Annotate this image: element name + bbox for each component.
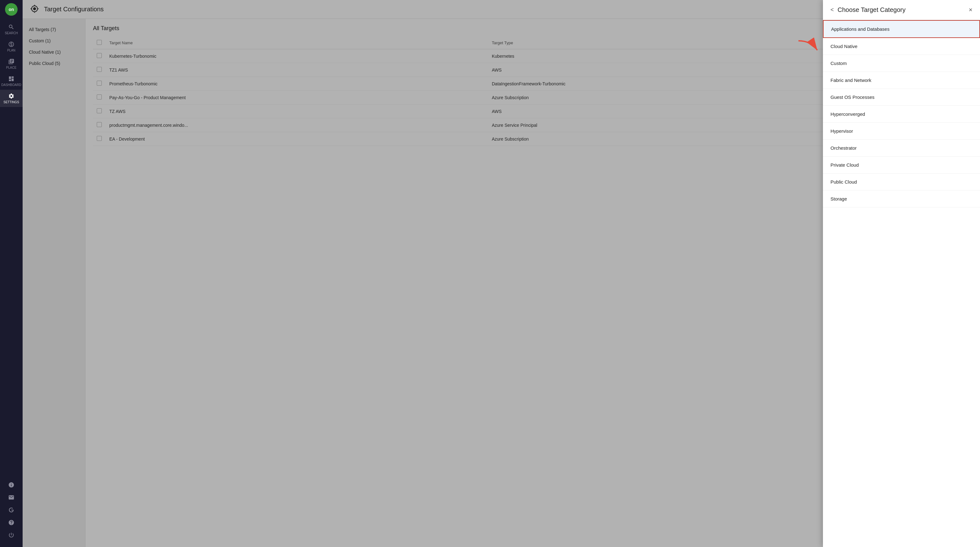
row-checkbox-cell — [93, 63, 105, 77]
header-checkbox[interactable] — [97, 40, 102, 45]
nav-search[interactable]: SEARCH — [0, 21, 22, 38]
plan-icon — [8, 41, 14, 48]
info-icon — [8, 482, 14, 488]
row-type: Kubernetes — [488, 49, 848, 63]
mail-icon — [8, 494, 14, 501]
power-icon — [8, 532, 14, 538]
row-checkbox-cell — [93, 118, 105, 132]
nav-info[interactable] — [8, 479, 14, 490]
category-item-custom[interactable]: Custom — [823, 55, 980, 72]
row-checkbox[interactable] — [97, 95, 102, 100]
category-item-guest-os[interactable]: Guest OS Processes — [823, 89, 980, 106]
panel-title: Choose Target Category — [838, 6, 969, 14]
row-name: productmgmt.management.core.windo... — [105, 118, 488, 132]
dashboard-icon — [8, 76, 14, 82]
close-button[interactable]: × — [969, 6, 972, 14]
nav-mail[interactable] — [8, 492, 14, 503]
category-item-fabric-network[interactable]: Fabric and Network — [823, 72, 980, 89]
nav-settings-label: SETTINGS — [3, 100, 19, 104]
row-type: Azure Subscription — [488, 132, 848, 146]
row-type: Azure Subscription — [488, 91, 848, 105]
left-navigation: on SEARCH PLAN PLACE DASHBOARD SETTINGS — [0, 0, 22, 547]
row-checkbox-cell — [93, 132, 105, 146]
category-item-public-cloud[interactable]: Public Cloud — [823, 174, 980, 190]
row-type: AWS — [488, 105, 848, 118]
help-icon — [8, 519, 14, 526]
row-type: AWS — [488, 63, 848, 77]
panel-header: < Choose Target Category × — [823, 0, 980, 20]
row-checkbox[interactable] — [97, 122, 102, 127]
row-name: Kubernetes-Turbonomic — [105, 49, 488, 63]
sidebar-item-all[interactable]: All Targets (7) — [22, 24, 85, 35]
col-checkbox — [93, 37, 105, 49]
app-logo: on — [5, 3, 18, 16]
sidebar-item-public-cloud[interactable]: Public Cloud (5) — [22, 58, 85, 69]
nav-dashboard[interactable]: DASHBOARD — [0, 73, 22, 90]
target-category-panel: < Choose Target Category × Applications … — [823, 0, 980, 547]
category-item-hyperconverged[interactable]: Hyperconverged — [823, 106, 980, 123]
nav-bottom-items — [8, 479, 14, 544]
category-list: Applications and DatabasesCloud NativeCu… — [823, 20, 980, 547]
row-checkbox-cell — [93, 105, 105, 118]
nav-settings[interactable]: SETTINGS — [0, 90, 22, 107]
row-checkbox-cell — [93, 77, 105, 91]
category-item-cloud-native[interactable]: Cloud Native — [823, 38, 980, 55]
category-item-hypervisor[interactable]: Hypervisor — [823, 123, 980, 140]
place-icon — [8, 59, 14, 65]
targets-sidebar: All Targets (7) Custom (1) Cloud Native … — [22, 19, 86, 547]
row-checkbox[interactable] — [97, 81, 102, 86]
row-name: Prometheus-Turbonomic — [105, 77, 488, 91]
nav-search-label: SEARCH — [5, 32, 18, 35]
sidebar-item-custom[interactable]: Custom (1) — [22, 35, 85, 46]
nav-help[interactable] — [8, 517, 14, 528]
search-icon — [8, 24, 14, 30]
category-item-apps-db[interactable]: Applications and Databases — [823, 20, 980, 38]
col-name: Target Name — [105, 37, 488, 49]
page-title: Target Configurations — [44, 6, 103, 13]
row-name: TZ AWS — [105, 105, 488, 118]
settings-icon — [8, 93, 14, 99]
nav-google[interactable] — [8, 504, 14, 515]
category-item-orchestrator[interactable]: Orchestrator — [823, 140, 980, 157]
row-checkbox-cell — [93, 49, 105, 63]
row-checkbox[interactable] — [97, 67, 102, 72]
nav-dashboard-label: DASHBOARD — [1, 83, 21, 87]
row-type: Azure Service Principal — [488, 118, 848, 132]
sidebar-item-cloud-native[interactable]: Cloud Native (1) — [22, 46, 85, 58]
nav-place[interactable]: PLACE — [0, 55, 22, 73]
category-item-storage[interactable]: Storage — [823, 190, 980, 208]
row-checkbox[interactable] — [97, 136, 102, 141]
category-item-private-cloud[interactable]: Private Cloud — [823, 157, 980, 174]
row-checkbox[interactable] — [97, 53, 102, 58]
col-type: Target Type — [488, 37, 848, 49]
google-icon — [8, 507, 14, 513]
nav-place-label: PLACE — [6, 66, 17, 69]
nav-power[interactable] — [8, 530, 14, 541]
back-button[interactable]: < — [830, 6, 834, 13]
row-type: DataIngestionFramework-Turbonomic — [488, 77, 848, 91]
row-name: EA - Development — [105, 132, 488, 146]
nav-plan[interactable]: PLAN — [0, 38, 22, 55]
row-checkbox-cell — [93, 91, 105, 105]
row-name: Pay-As-You-Go - Product Management — [105, 91, 488, 105]
row-checkbox[interactable] — [97, 108, 102, 113]
nav-plan-label: PLAN — [7, 49, 15, 52]
row-name: TZ1 AWS — [105, 63, 488, 77]
target-config-icon — [30, 5, 39, 14]
